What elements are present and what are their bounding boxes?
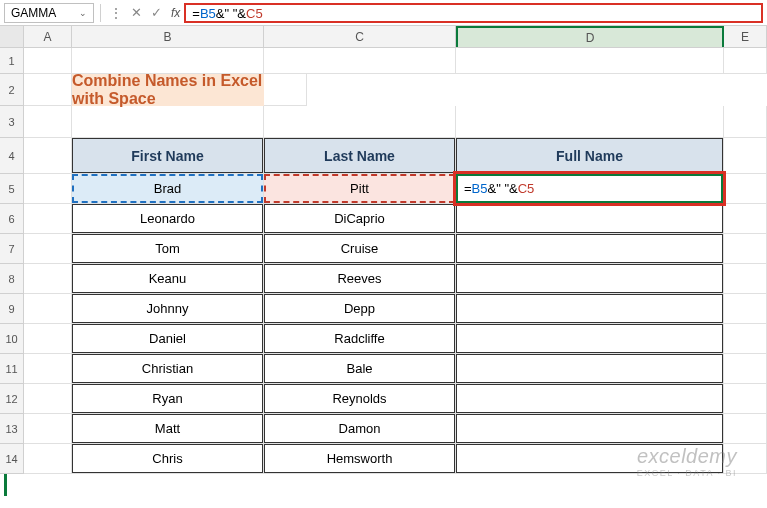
- cell-d7[interactable]: [456, 234, 724, 264]
- col-header-b[interactable]: B: [72, 26, 264, 47]
- cell-e4[interactable]: [724, 138, 767, 174]
- fx-icon[interactable]: fx: [171, 6, 180, 20]
- cell-d3[interactable]: [456, 106, 724, 138]
- chevron-down-icon[interactable]: ⌄: [79, 8, 87, 18]
- cell-b12[interactable]: Ryan: [72, 384, 264, 414]
- cell-d1[interactable]: [456, 48, 724, 74]
- col-header-e[interactable]: E: [724, 26, 767, 47]
- cell-e8[interactable]: [724, 264, 767, 294]
- cell-c12[interactable]: Reynolds: [264, 384, 456, 414]
- cell-c7[interactable]: Cruise: [264, 234, 456, 264]
- cell-c6[interactable]: DiCaprio: [264, 204, 456, 234]
- cancel-button[interactable]: ✕: [127, 4, 145, 22]
- cell-a1[interactable]: [24, 48, 72, 74]
- cell-a8[interactable]: [24, 264, 72, 294]
- cell-e2[interactable]: [264, 74, 307, 106]
- cell-d13[interactable]: [456, 414, 724, 444]
- row-header-8[interactable]: 8: [0, 264, 24, 294]
- cell-d9[interactable]: [456, 294, 724, 324]
- cell-e9[interactable]: [724, 294, 767, 324]
- cell-b14[interactable]: Chris: [72, 444, 264, 474]
- cell-a7[interactable]: [24, 234, 72, 264]
- cell-b7[interactable]: Tom: [72, 234, 264, 264]
- cell-b6[interactable]: Leonardo: [72, 204, 264, 234]
- col-header-a[interactable]: A: [24, 26, 72, 47]
- cell-b3[interactable]: [72, 106, 264, 138]
- cell-a14[interactable]: [24, 444, 72, 474]
- row-header-3[interactable]: 3: [0, 106, 24, 138]
- cell-e10[interactable]: [724, 324, 767, 354]
- name-box[interactable]: GAMMA ⌄: [4, 3, 94, 23]
- cell-a5[interactable]: [24, 174, 72, 204]
- cell-d4[interactable]: Full Name: [456, 138, 724, 174]
- cell-d6[interactable]: [456, 204, 724, 234]
- cell-c9[interactable]: Depp: [264, 294, 456, 324]
- cell-c5[interactable]: Pitt: [264, 174, 456, 204]
- cell-d10[interactable]: [456, 324, 724, 354]
- cell-a3[interactable]: [24, 106, 72, 138]
- cell-a2[interactable]: [24, 74, 72, 106]
- active-cell-d5[interactable]: =B5&" "&C5: [456, 174, 723, 203]
- row-header-11[interactable]: 11: [0, 354, 24, 384]
- cell-e12[interactable]: [724, 384, 767, 414]
- cell-b1[interactable]: [72, 48, 264, 74]
- col-header-c[interactable]: C: [264, 26, 456, 47]
- cell-e1[interactable]: [724, 48, 767, 74]
- row-header-12[interactable]: 12: [0, 384, 24, 414]
- cell-a11[interactable]: [24, 354, 72, 384]
- cell-a13[interactable]: [24, 414, 72, 444]
- cell-a6[interactable]: [24, 204, 72, 234]
- cell-c1[interactable]: [264, 48, 456, 74]
- cell-c4[interactable]: Last Name: [264, 138, 456, 174]
- cell-d12[interactable]: [456, 384, 724, 414]
- cell-b4[interactable]: First Name: [72, 138, 264, 174]
- row-header-14[interactable]: 14: [0, 444, 24, 474]
- cell-d11[interactable]: [456, 354, 724, 384]
- cell-c11[interactable]: Bale: [264, 354, 456, 384]
- cell-c10[interactable]: Radcliffe: [264, 324, 456, 354]
- row-header-2[interactable]: 2: [0, 74, 24, 106]
- cell-c14[interactable]: Hemsworth: [264, 444, 456, 474]
- cell-d5[interactable]: =B5&" "&C5: [456, 174, 724, 204]
- col-header-d[interactable]: D: [456, 26, 724, 47]
- cell-a10[interactable]: [24, 324, 72, 354]
- cell-a12[interactable]: [24, 384, 72, 414]
- cell-e7[interactable]: [724, 234, 767, 264]
- cell-c8[interactable]: Reeves: [264, 264, 456, 294]
- row-header-7[interactable]: 7: [0, 234, 24, 264]
- cell-b10[interactable]: Daniel: [72, 324, 264, 354]
- row-header-6[interactable]: 6: [0, 204, 24, 234]
- dots-icon[interactable]: ⋮: [107, 5, 125, 21]
- cell-b5[interactable]: Brad: [72, 174, 264, 204]
- row-header-13[interactable]: 13: [0, 414, 24, 444]
- confirm-button[interactable]: ✓: [147, 4, 165, 22]
- row-header-1[interactable]: 1: [0, 48, 24, 74]
- cell-e5[interactable]: [724, 174, 767, 204]
- formula-amp1: &: [216, 6, 225, 21]
- cell-e11[interactable]: [724, 354, 767, 384]
- cell-b9[interactable]: Johnny: [72, 294, 264, 324]
- row-header-9[interactable]: 9: [0, 294, 24, 324]
- cell-c13[interactable]: Damon: [264, 414, 456, 444]
- cell-b8[interactable]: Keanu: [72, 264, 264, 294]
- cell-b2[interactable]: Combine Names in Excel with Space: [72, 74, 264, 106]
- cell-d8-value: [456, 264, 723, 293]
- cell-a4[interactable]: [24, 138, 72, 174]
- row-header-4[interactable]: 4: [0, 138, 24, 174]
- cell-e6[interactable]: [724, 204, 767, 234]
- cell-c5-value: Pitt: [264, 174, 455, 203]
- cell-e13[interactable]: [724, 414, 767, 444]
- header-last-name: Last Name: [264, 138, 455, 173]
- cell-a9[interactable]: [24, 294, 72, 324]
- cell-c3[interactable]: [264, 106, 456, 138]
- cell-d8[interactable]: [456, 264, 724, 294]
- header-first-name: First Name: [72, 138, 263, 173]
- row-header-5[interactable]: 5: [0, 174, 24, 204]
- cell-e3[interactable]: [724, 106, 767, 138]
- row-header-10[interactable]: 10: [0, 324, 24, 354]
- cell-b13[interactable]: Matt: [72, 414, 264, 444]
- cell-b11[interactable]: Christian: [72, 354, 264, 384]
- formula-input[interactable]: =B5&" "&C5: [184, 3, 763, 23]
- cell-c11-value: Bale: [264, 354, 455, 383]
- select-all-corner[interactable]: [0, 26, 24, 47]
